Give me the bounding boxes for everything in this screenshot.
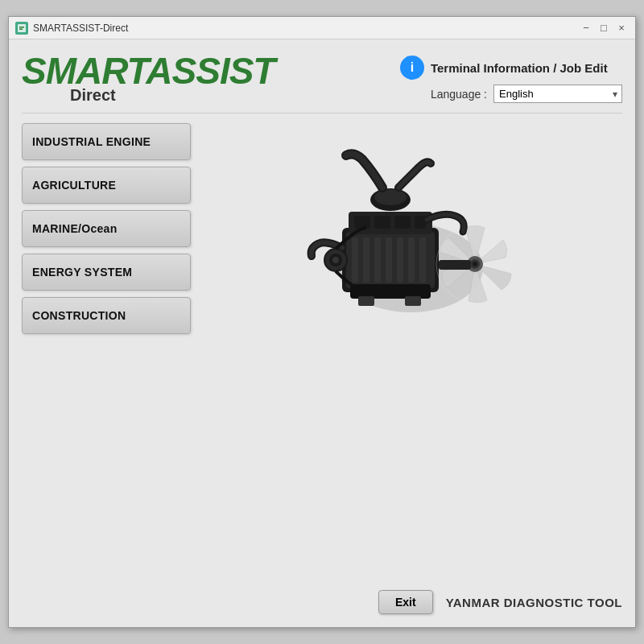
svg-rect-0 bbox=[18, 24, 26, 32]
engine-illustration bbox=[286, 123, 543, 332]
header-row: SMARTASSIST Direct i Terminal Informatio… bbox=[22, 52, 622, 114]
category-button-agriculture[interactable]: AGRICULTURE bbox=[22, 167, 191, 204]
category-button-industrial-engine[interactable]: INDUSTRIAL ENGINE bbox=[22, 123, 191, 160]
logo-direct-text: Direct bbox=[70, 86, 116, 105]
svg-point-24 bbox=[473, 262, 477, 266]
svg-rect-30 bbox=[405, 296, 421, 306]
main-window: SMARTASSIST-Direct − □ × SMARTASSIST Dir… bbox=[8, 16, 636, 628]
window-title: SMARTASSIST-Direct bbox=[33, 23, 128, 34]
svg-rect-8 bbox=[374, 237, 381, 283]
svg-rect-1 bbox=[19, 27, 24, 28]
svg-rect-2 bbox=[19, 28, 23, 30]
brand-label: YANMAR DIAGNOSTIC TOOL bbox=[446, 596, 622, 609]
svg-rect-15 bbox=[354, 216, 370, 229]
logo-area: SMARTASSIST Direct bbox=[22, 52, 275, 105]
svg-rect-11 bbox=[408, 237, 415, 283]
info-top-row: i Terminal Information / Job Edit bbox=[400, 56, 608, 80]
svg-rect-10 bbox=[397, 237, 403, 283]
svg-point-20 bbox=[374, 189, 407, 205]
info-icon[interactable]: i bbox=[400, 56, 424, 80]
logo-smartassist: SMARTASSIST bbox=[22, 52, 275, 89]
app-icon bbox=[15, 22, 28, 35]
svg-rect-29 bbox=[358, 296, 374, 306]
svg-rect-17 bbox=[394, 216, 411, 229]
svg-rect-16 bbox=[374, 216, 390, 229]
main-content: SMARTASSIST Direct i Terminal Informatio… bbox=[9, 39, 635, 627]
svg-rect-6 bbox=[352, 237, 358, 283]
minimize-button[interactable]: − bbox=[579, 21, 593, 35]
category-buttons: INDUSTRIAL ENGINEAGRICULTUREMARINE/Ocean… bbox=[22, 123, 191, 334]
exit-button[interactable]: Exit bbox=[378, 590, 433, 614]
body-row: INDUSTRIAL ENGINEAGRICULTUREMARINE/Ocean… bbox=[22, 123, 622, 576]
restore-button[interactable]: □ bbox=[597, 21, 611, 35]
logo-assist-text: ASSIST bbox=[146, 50, 275, 92]
svg-point-28 bbox=[332, 257, 339, 263]
svg-rect-25 bbox=[439, 260, 471, 270]
title-bar: SMARTASSIST-Direct − □ × bbox=[9, 17, 635, 39]
category-button-marine-ocean[interactable]: MARINE/Ocean bbox=[22, 210, 191, 247]
svg-rect-9 bbox=[386, 237, 392, 283]
svg-rect-12 bbox=[419, 237, 426, 283]
language-select-wrapper[interactable]: English Japanese German French Spanish bbox=[493, 85, 622, 103]
title-bar-left: SMARTASSIST-Direct bbox=[15, 22, 128, 35]
close-button[interactable]: × bbox=[614, 21, 629, 35]
svg-rect-7 bbox=[363, 237, 369, 283]
title-bar-controls: − □ × bbox=[579, 21, 629, 35]
language-label: Language : bbox=[431, 88, 487, 101]
category-button-construction[interactable]: CONSTRUCTION bbox=[22, 297, 191, 334]
info-panel: i Terminal Information / Job Edit Langua… bbox=[400, 56, 622, 103]
category-button-energy-system[interactable]: ENERGY SYSTEM bbox=[22, 254, 191, 291]
info-title[interactable]: Terminal Information / Job Edit bbox=[431, 61, 608, 75]
engine-area bbox=[207, 123, 622, 332]
language-row: Language : English Japanese German Frenc… bbox=[431, 85, 622, 103]
footer-row: Exit YANMAR DIAGNOSTIC TOOL bbox=[22, 585, 622, 614]
language-select[interactable]: English Japanese German French Spanish bbox=[493, 85, 622, 103]
